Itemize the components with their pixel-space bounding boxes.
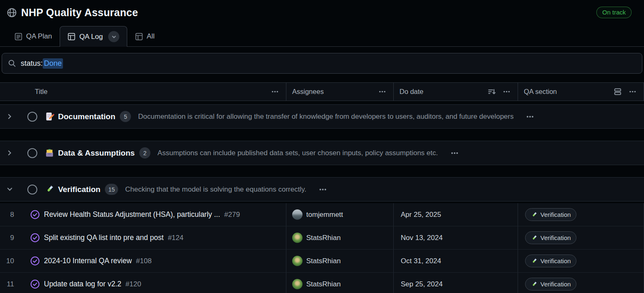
row-number: 11 <box>0 280 14 288</box>
status-badge[interactable]: On track <box>596 7 632 18</box>
row-number: 10 <box>0 257 14 265</box>
assignees-cell[interactable]: StatsRhian <box>286 226 394 249</box>
qa-section-label: Verification <box>540 257 571 264</box>
assignee-name: StatsRhian <box>306 257 341 265</box>
filter-bar: status:Done <box>0 47 644 82</box>
github-project-table-view: NHP Quality Assurance On track QA Plan Q… <box>0 0 644 293</box>
page-title: NHP Quality Assurance <box>21 7 138 19</box>
tab-label: QA Plan <box>26 32 52 41</box>
issue-number: #124 <box>168 234 184 242</box>
issue-closed-done-icon <box>30 279 40 289</box>
column-header-qa-section[interactable]: QA section <box>518 83 644 101</box>
qa-section-badge[interactable]: Verification <box>525 231 576 244</box>
chevron-right-icon[interactable] <box>6 149 13 156</box>
group-gap <box>0 129 644 141</box>
chevron-down-icon[interactable] <box>6 186 13 193</box>
group-menu-icon[interactable] <box>449 148 460 159</box>
qa-section-cell[interactable]: Verification <box>518 226 644 249</box>
assignees-cell[interactable]: StatsRhian <box>286 273 394 293</box>
qa-section-label: Verification <box>540 234 571 241</box>
group-header-documentation[interactable]: Documentation 5 Documentation is critica… <box>0 104 644 129</box>
memo-icon <box>45 112 54 121</box>
column-menu-icon[interactable] <box>627 86 638 97</box>
search-icon <box>8 59 16 67</box>
avatar <box>292 209 303 220</box>
issue-number: #279 <box>224 211 240 219</box>
test-tube-icon <box>531 258 537 264</box>
chevron-right-icon[interactable] <box>6 113 13 120</box>
group-header-data-assumptions[interactable]: Data & Assumptions 2 Assumptions can inc… <box>0 141 644 165</box>
avatar <box>292 279 303 289</box>
group-menu-icon[interactable] <box>525 111 535 122</box>
title-cell[interactable]: 9 Split existing QA list into pre and po… <box>0 226 286 249</box>
column-header-assignees[interactable]: Assignees <box>286 83 394 101</box>
assignee-name: StatsRhian <box>306 280 341 288</box>
qa-section-badge[interactable]: Verification <box>525 208 576 221</box>
group-description: Checking that the model is solving the e… <box>125 185 306 194</box>
test-tube-icon <box>45 185 54 194</box>
qa-section-cell[interactable]: Verification <box>518 203 644 226</box>
column-menu-icon[interactable] <box>501 86 512 97</box>
do-date-cell[interactable]: Apr 25, 2025 <box>394 203 518 226</box>
qa-section-label: Verification <box>540 211 571 218</box>
column-header-title[interactable]: Title <box>0 83 286 101</box>
column-header-do-date[interactable]: Do date <box>394 83 518 101</box>
group-description: Assumptions can include published data s… <box>157 149 438 157</box>
group-count-badge: 2 <box>139 147 150 159</box>
group-status-circle-icon <box>27 185 37 195</box>
do-date-cell[interactable]: Sep 25, 2024 <box>394 273 518 293</box>
row-number: 8 <box>0 211 14 219</box>
avatar <box>292 256 303 266</box>
view-tabbar: QA Plan QA Log Al <box>0 23 644 47</box>
table-row[interactable]: 8 Review Health Status Adjustment (HSA),… <box>0 203 644 226</box>
issue-title[interactable]: Review Health Status Adjustment (HSA), p… <box>44 210 220 219</box>
list-view-icon <box>15 33 22 41</box>
qa-section-badge[interactable]: Verification <box>525 278 576 291</box>
do-date-cell[interactable]: Nov 13, 2024 <box>394 226 518 249</box>
avatar <box>292 233 303 243</box>
issue-closed-done-icon <box>30 209 40 220</box>
do-date-value: Apr 25, 2025 <box>399 211 441 219</box>
group-count-badge: 5 <box>120 111 131 122</box>
title-cell[interactable]: 10 2024-10 Internal QA review #108 <box>0 250 286 272</box>
column-menu-icon[interactable] <box>270 86 280 97</box>
title-cell[interactable]: 11 Update data log for v2.2 #120 <box>0 273 286 293</box>
assignee-name: StatsRhian <box>306 234 341 242</box>
row-number: 9 <box>0 234 14 242</box>
group-menu-icon[interactable] <box>317 184 328 195</box>
qa-section-cell[interactable]: Verification <box>518 250 644 272</box>
issue-title[interactable]: Update data log for v2.2 <box>44 280 121 288</box>
tab-label: QA Log <box>79 33 103 41</box>
group-description: Documentation is critical for allowing t… <box>138 113 513 121</box>
title-cell[interactable]: 8 Review Health Status Adjustment (HSA),… <box>0 203 286 226</box>
qa-section-badge[interactable]: Verification <box>525 255 576 267</box>
assignees-cell[interactable]: tomjemmett <box>286 203 394 226</box>
column-label: Do date <box>399 88 424 96</box>
test-tube-icon <box>531 281 537 288</box>
do-date-cell[interactable]: Oct 31, 2024 <box>394 250 518 272</box>
filter-value: Done <box>43 58 63 69</box>
column-label: QA section <box>524 88 557 96</box>
issue-title[interactable]: Split existing QA list into pre and post <box>44 233 164 242</box>
group-by-rows-icon <box>614 88 622 96</box>
group-header-verification[interactable]: Verification 15 Checking that the model … <box>0 177 644 202</box>
tab-qa-plan[interactable]: QA Plan <box>7 26 60 46</box>
search-input[interactable]: status:Done <box>2 53 642 74</box>
assignees-cell[interactable]: StatsRhian <box>286 250 394 272</box>
table-row[interactable]: 10 2024-10 Internal QA review #108 Stats… <box>0 250 644 273</box>
table-row[interactable]: 11 Update data log for v2.2 #120 StatsRh… <box>0 273 644 293</box>
tab-qa-log[interactable]: QA Log <box>60 26 127 47</box>
issue-title[interactable]: 2024-10 Internal QA review <box>44 257 132 265</box>
group-gap <box>0 165 644 177</box>
group-count-badge: 15 <box>105 184 118 195</box>
table-row[interactable]: 9 Split existing QA list into pre and po… <box>0 226 644 250</box>
sort-descending-icon <box>488 88 496 96</box>
test-tube-icon <box>531 235 537 241</box>
view-options-button[interactable] <box>108 31 119 42</box>
table-header: Title Assignees Do date <box>0 82 644 101</box>
table-view-icon <box>68 33 75 41</box>
tab-all[interactable]: All <box>127 26 162 46</box>
column-menu-icon[interactable] <box>377 86 387 97</box>
qa-section-cell[interactable]: Verification <box>518 273 644 293</box>
filter-qualifier: status: <box>21 59 43 68</box>
